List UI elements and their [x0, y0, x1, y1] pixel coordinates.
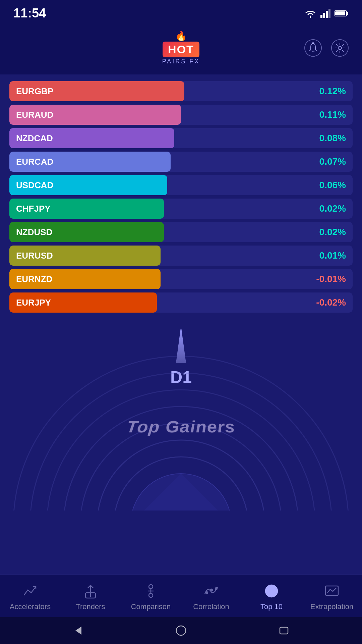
- nav-label-extrapolation: Extrapolation: [310, 602, 353, 611]
- bar-label-usdcad: USDCAD: [16, 180, 53, 191]
- bottom-nav: Accelerators Trenders Comparison: [0, 575, 362, 617]
- bar-value-eurgbp: 0.12%: [319, 86, 346, 97]
- main-content: EURGBP0.12%EURAUD0.11%NZDCAD0.08%EURCAD0…: [0, 74, 362, 313]
- status-bar: 11:54: [0, 0, 362, 24]
- svg-rect-7: [335, 11, 345, 15]
- comparison-icon: [142, 582, 160, 600]
- signal-icon: [320, 9, 330, 18]
- svg-point-23: [176, 626, 186, 635]
- bar-label-eurgbp: EURGBP: [16, 86, 53, 97]
- svg-rect-4: [328, 9, 330, 18]
- bar-value-nzdusd: 0.02%: [319, 227, 346, 237]
- home-button[interactable]: [173, 622, 189, 639]
- bar-row-nzdusd[interactable]: NZDUSD0.02%: [9, 222, 353, 242]
- logo-sub: PAIRS FX: [162, 58, 200, 65]
- battery-icon: [335, 10, 349, 17]
- wifi-icon: [304, 9, 316, 18]
- nav-extrapolation[interactable]: Extrapolation: [302, 582, 362, 611]
- nav-top10[interactable]: Top 10: [241, 582, 302, 611]
- nav-label-trenders: Trenders: [76, 602, 105, 611]
- nav-correlation[interactable]: Correlation: [181, 582, 241, 611]
- status-time: 11:54: [13, 6, 46, 20]
- bar-label-eurjpy: EURJPY: [16, 298, 51, 308]
- bar-label-chfjpy: CHFJPY: [16, 204, 51, 214]
- gauge-section: D1 Top Gainers: [0, 323, 362, 511]
- top10-icon: [263, 582, 280, 600]
- gauge-needle-wrapper: [174, 326, 188, 364]
- logo-flame: 🔥: [175, 31, 187, 42]
- svg-point-18: [215, 588, 217, 590]
- bar-value-euraud: 0.11%: [319, 109, 346, 120]
- bar-row-usdcad[interactable]: USDCAD0.06%: [9, 175, 353, 195]
- bar-row-eurjpy[interactable]: EURJPY-0.02%: [9, 292, 353, 313]
- correlation-icon: [202, 582, 220, 600]
- bar-value-eurusd: 0.01%: [319, 250, 346, 261]
- bar-row-nzdcad[interactable]: NZDCAD0.08%: [9, 128, 353, 148]
- status-icons: [304, 9, 349, 18]
- bar-row-eurgbp[interactable]: EURGBP0.12%: [9, 81, 353, 101]
- svg-point-17: [210, 589, 213, 591]
- header: 🔥 HOT PAIRS FX: [0, 24, 362, 74]
- svg-rect-2: [323, 13, 325, 18]
- settings-button[interactable]: [331, 39, 349, 57]
- bars-container: EURGBP0.12%EURAUD0.11%NZDCAD0.08%EURCAD0…: [9, 81, 353, 313]
- svg-rect-24: [280, 627, 288, 634]
- nav-trenders[interactable]: Trenders: [60, 582, 121, 611]
- gauge-needle-svg: [174, 326, 188, 363]
- bar-label-eurusd: EURUSD: [16, 251, 53, 261]
- svg-point-0: [310, 16, 311, 17]
- nav-label-correlation: Correlation: [193, 602, 229, 611]
- logo-text: HOT: [163, 42, 199, 57]
- svg-marker-10: [176, 326, 186, 363]
- recents-button[interactable]: [276, 622, 292, 639]
- back-button[interactable]: [70, 622, 86, 639]
- svg-rect-6: [347, 12, 348, 15]
- bar-row-eurnzd[interactable]: EURNZD-0.01%: [9, 269, 353, 289]
- bar-value-nzdcad: 0.08%: [319, 133, 346, 144]
- bar-row-chfjpy[interactable]: CHFJPY0.02%: [9, 199, 353, 219]
- bar-label-nzdcad: NZDCAD: [16, 133, 53, 144]
- header-icons: [304, 39, 349, 57]
- notification-button[interactable]: [304, 39, 322, 57]
- nav-label-comparison: Comparison: [131, 602, 171, 611]
- svg-rect-3: [326, 11, 328, 18]
- svg-point-16: [206, 592, 208, 594]
- bar-row-euraud[interactable]: EURAUD0.11%: [9, 105, 353, 125]
- bar-value-eurjpy: -0.02%: [316, 297, 346, 308]
- svg-point-13: [149, 593, 153, 597]
- accelerators-icon: [21, 582, 39, 600]
- trenders-icon: [82, 582, 99, 600]
- svg-point-12: [149, 585, 153, 589]
- system-nav: [0, 617, 362, 644]
- bar-label-euraud: EURAUD: [16, 110, 53, 120]
- svg-point-8: [312, 43, 314, 44]
- bar-row-eurcad[interactable]: EURCAD0.07%: [9, 152, 353, 172]
- bar-value-eurcad: 0.07%: [319, 156, 346, 167]
- nav-comparison[interactable]: Comparison: [121, 582, 181, 611]
- bar-label-eurcad: EURCAD: [16, 157, 53, 167]
- svg-marker-22: [75, 627, 81, 635]
- svg-point-9: [338, 46, 342, 50]
- svg-rect-1: [320, 15, 322, 18]
- nav-label-top10: Top 10: [260, 602, 283, 611]
- bar-value-usdcad: 0.06%: [319, 180, 346, 191]
- nav-accelerators[interactable]: Accelerators: [0, 582, 60, 611]
- gauge-label: Top Gainers: [0, 418, 362, 436]
- bar-row-eurusd[interactable]: EURUSD0.01%: [9, 246, 353, 266]
- bar-value-chfjpy: 0.02%: [319, 203, 346, 214]
- nav-label-accelerators: Accelerators: [10, 602, 51, 611]
- bar-label-nzdusd: NZDUSD: [16, 227, 52, 237]
- bar-label-eurnzd: EURNZD: [16, 274, 52, 284]
- logo: 🔥 HOT PAIRS FX: [162, 31, 200, 65]
- bar-value-eurnzd: -0.01%: [316, 274, 346, 284]
- extrapolation-icon: [323, 582, 341, 600]
